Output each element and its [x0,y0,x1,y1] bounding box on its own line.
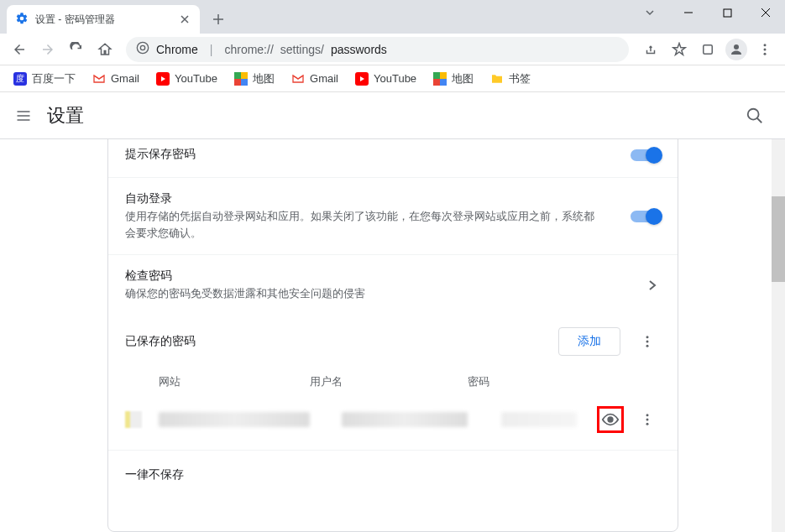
bookmark-gmail-2[interactable]: Gmail [285,69,345,89]
menu-button[interactable] [13,106,34,126]
username-redacted [342,412,468,427]
gmail-icon [291,72,305,86]
save-prompt-row: 提示保存密码 [108,139,678,177]
svg-point-16 [646,418,648,420]
password-manager-card: 提示保存密码 自动登录 使用存储的凭据自动登录网站和应用。如果关闭了该功能，在您… [107,139,678,532]
gmail-icon [92,72,106,86]
password-table-header: 网站 用户名 密码 [108,368,678,396]
password-redacted [501,412,577,427]
url-path-2: passwords [331,43,387,56]
auto-login-label: 自动登录 [125,191,631,206]
profile-button[interactable] [723,36,750,63]
svg-point-4 [734,44,739,50]
url-separator: | [210,43,213,56]
maps-icon [433,72,447,86]
site-favicon [125,411,142,428]
add-password-button[interactable]: 添加 [558,327,620,356]
gear-icon [15,12,29,28]
tab-title: 设置 - 密码管理器 [35,13,115,27]
minimize-button[interactable] [669,0,708,25]
youtube-icon [156,72,170,86]
address-bar[interactable]: Chrome | chrome://settings/passwords [126,37,629,62]
new-tab-button[interactable] [207,8,230,31]
check-passwords-description: 确保您的密码免受数据泄露和其他安全问题的侵害 [125,285,595,302]
show-password-button[interactable] [597,406,624,433]
browser-toolbar: Chrome | chrome://settings/passwords [0,34,785,65]
svg-point-15 [646,414,648,416]
window-controls [631,0,785,25]
bookmark-gmail[interactable]: Gmail [86,69,146,89]
svg-point-2 [140,45,144,50]
settings-content[interactable]: 提示保存密码 自动登录 使用存储的凭据自动登录网站和应用。如果关闭了该功能，在您… [0,139,785,532]
svg-point-13 [646,344,648,347]
save-prompt-label: 提示保存密码 [125,147,631,162]
svg-rect-0 [724,9,731,17]
chevron-right-icon [644,279,661,291]
chrome-icon [136,41,149,57]
chrome-menu-button[interactable] [751,36,778,63]
saved-passwords-title: 已保存的密码 [125,334,558,349]
site-name-redacted [159,412,310,427]
bookmark-baidu[interactable]: 度百度一下 [7,68,82,90]
check-passwords-row[interactable]: 检查密码 确保您的密码免受数据泄露和其他安全问题的侵害 [108,254,678,316]
svg-point-7 [764,52,767,55]
bookmark-folder[interactable]: 书签 [484,68,537,90]
svg-rect-3 [704,44,713,54]
password-entry-row[interactable] [108,396,678,443]
reload-button[interactable] [64,37,89,62]
svg-point-6 [764,48,767,50]
url-prefix: Chrome [156,43,198,56]
bookmark-youtube[interactable]: YouTube [149,69,224,89]
bookmark-maps[interactable]: 地图 [228,68,281,90]
save-prompt-toggle[interactable] [631,147,661,164]
svg-point-5 [764,44,767,46]
settings-title: 设置 [47,103,84,128]
saved-passwords-menu-button[interactable] [634,328,661,355]
bookmarks-bar: 度百度一下 Gmail YouTube 地图 Gmail YouTube 地图 … [0,65,785,92]
column-password: 密码 [468,374,661,389]
home-button[interactable] [92,37,118,62]
svg-point-14 [608,417,613,422]
maps-icon [234,72,248,86]
close-window-button[interactable] [746,0,785,25]
saved-passwords-header: 已保存的密码 添加 [108,316,678,368]
forward-button[interactable] [35,37,60,62]
svg-point-10 [748,108,759,119]
bookmark-button[interactable] [666,36,693,63]
bookmark-youtube-2[interactable]: YouTube [348,69,423,89]
share-button[interactable] [637,36,664,63]
folder-icon [490,72,504,86]
scrollbar-thumb[interactable] [772,196,785,282]
browser-tab[interactable]: 设置 - 密码管理器 [7,5,200,34]
auto-login-toggle[interactable] [631,208,661,225]
search-settings-button[interactable] [738,99,772,133]
column-site: 网站 [159,374,310,389]
auto-login-row: 自动登录 使用存储的凭据自动登录网站和应用。如果关闭了该功能，在您每次登录网站或… [108,177,678,254]
close-tab-button[interactable] [178,13,191,26]
never-save-title: 一律不保存 [108,450,678,499]
baidu-icon: 度 [13,72,27,86]
url-scheme: chrome:// [224,43,273,56]
column-username: 用户名 [310,374,468,389]
youtube-icon [355,72,369,86]
svg-point-12 [646,340,648,342]
browser-titlebar: 设置 - 密码管理器 [0,0,785,34]
svg-point-17 [646,422,648,425]
svg-point-11 [646,336,648,338]
auto-login-description: 使用存储的凭据自动登录网站和应用。如果关闭了该功能，在您每次登录网站或应用之前，… [125,208,595,241]
password-row-menu-button[interactable] [634,406,661,433]
bookmark-maps-2[interactable]: 地图 [427,68,480,90]
maximize-button[interactable] [708,0,746,25]
svg-point-1 [137,42,148,53]
url-path-1: settings/ [280,43,324,56]
check-passwords-label: 检查密码 [125,269,644,284]
back-button[interactable] [7,37,32,62]
extensions-button[interactable] [694,36,721,63]
settings-header: 设置 [0,92,785,139]
chevron-down-icon[interactable] [631,0,669,25]
content-scrollbar[interactable] [772,139,785,532]
